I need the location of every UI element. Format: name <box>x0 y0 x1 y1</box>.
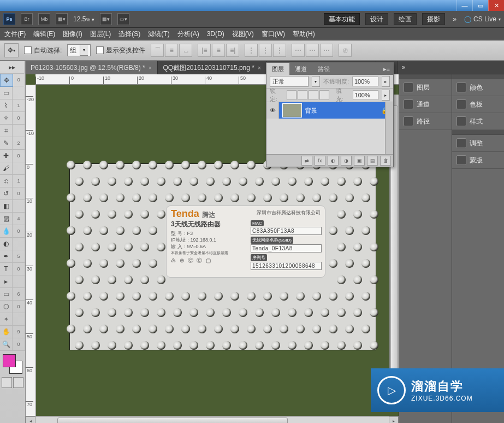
canvas-scrollbar-h[interactable]: ◂▸ <box>26 416 399 423</box>
auto-select-checkbox[interactable]: 自动选择: <box>24 46 62 55</box>
menu-help[interactable]: 帮助(H) <box>293 30 315 39</box>
show-transform-checkbox[interactable]: 显示变换控件 <box>96 46 145 55</box>
dist-5-icon[interactable]: ⋯ <box>306 44 319 57</box>
pen-tool[interactable]: ✒ <box>0 250 13 263</box>
menu-analysis[interactable]: 分析(A) <box>177 30 199 39</box>
workspace-design[interactable]: 设计 <box>365 13 388 25</box>
eyedropper-tool[interactable]: ✎ <box>0 137 13 150</box>
type-tool[interactable]: T <box>0 263 13 275</box>
layer-thumbnail[interactable] <box>282 103 302 118</box>
color-swatch[interactable] <box>2 353 23 375</box>
align-hcenter-icon[interactable]: ≡ <box>212 44 225 57</box>
auto-align-icon[interactable]: ⎚ <box>339 44 352 57</box>
foreground-color[interactable] <box>3 354 16 367</box>
dock-swatches[interactable]: 色板 <box>452 96 505 113</box>
healing-tool[interactable]: ✚ <box>0 150 13 162</box>
menu-image[interactable]: 图像(I) <box>63 30 82 39</box>
workspace-painting[interactable]: 绘画 <box>394 13 417 25</box>
panel-tab-layers[interactable]: 图层 <box>266 63 289 75</box>
dock-paths[interactable]: 路径 <box>399 113 452 130</box>
align-right-icon[interactable]: ≡| <box>226 44 239 57</box>
wand-tool[interactable]: ✧ <box>0 112 13 125</box>
dist-6-icon[interactable]: ⋯ <box>320 44 333 57</box>
visibility-icon[interactable]: 👁 <box>266 102 279 119</box>
marquee-tool[interactable]: ▭ <box>0 87 13 99</box>
dist-2-icon[interactable]: ⋮ <box>259 44 272 57</box>
stamp-tool[interactable]: ⎌ <box>0 175 13 187</box>
workspace-photography[interactable]: 摄影 <box>422 13 445 25</box>
layer-row[interactable]: 👁 背景 🔒 <box>266 102 393 119</box>
menu-window[interactable]: 窗口(W) <box>262 30 285 39</box>
align-top-icon[interactable]: ⎴ <box>151 44 164 57</box>
view-extras-icon[interactable]: ▦▾ <box>56 13 68 25</box>
history-brush-tool[interactable]: ↺ <box>0 187 13 200</box>
new-layer-icon[interactable]: ▤ <box>367 156 378 166</box>
dist-3-icon[interactable]: ⋮ <box>273 44 286 57</box>
menu-file[interactable]: 文件(F) <box>4 30 26 39</box>
3d-camera-tool[interactable]: ⌖ <box>0 313 13 326</box>
screen-mode-icon[interactable]: ▭▾ <box>117 13 129 25</box>
ruler-vertical[interactable]: -30-20-100102030405060708090100110120 <box>26 85 36 416</box>
adjustment-layer-icon[interactable]: ◑ <box>341 156 352 166</box>
dodge-tool[interactable]: ◐ <box>0 238 13 250</box>
3d-tool[interactable]: ⬡ <box>0 301 13 313</box>
blend-mode-dropdown[interactable]: 正常 <box>270 76 309 87</box>
workspace-more[interactable]: » <box>453 15 456 23</box>
window-maximize-button[interactable]: ▭ <box>472 0 488 11</box>
move-tool-icon[interactable]: ✥▾ <box>4 43 19 57</box>
dist-4-icon[interactable]: ⋯ <box>292 44 305 57</box>
quickmask-toggle[interactable] <box>2 377 23 388</box>
align-bottom-icon[interactable]: ⎵ <box>179 44 192 57</box>
lock-buttons[interactable] <box>287 90 329 100</box>
lasso-tool[interactable]: ⌇ <box>0 99 13 112</box>
fx-icon[interactable]: fx <box>315 156 325 166</box>
panel-tab-paths[interactable]: 路径 <box>312 63 335 75</box>
panel-menu-icon[interactable]: ▸≡ <box>380 63 393 75</box>
menu-select[interactable]: 选择(S) <box>118 30 140 39</box>
minibridge-icon[interactable]: Mb <box>38 13 50 25</box>
close-icon[interactable]: × <box>149 65 152 71</box>
dock-color[interactable]: 颜色 <box>452 79 505 96</box>
group-icon[interactable]: ▣ <box>354 156 365 166</box>
opacity-input[interactable]: 100% <box>352 77 378 86</box>
dock-adjustments[interactable]: 调整 <box>452 135 505 152</box>
doc-tab-1[interactable]: QQ截图20161203110715.png *× <box>158 61 267 74</box>
gradient-tool[interactable]: ▨ <box>0 213 13 225</box>
menu-filter[interactable]: 滤镜(T) <box>148 30 169 39</box>
eraser-tool[interactable]: ◧ <box>0 200 13 213</box>
dock-masks[interactable]: 蒙版 <box>452 152 505 169</box>
arrange-docs-icon[interactable]: ▦▾ <box>100 13 112 25</box>
dist-1-icon[interactable]: ⋮ <box>245 44 258 57</box>
menu-edit[interactable]: 编辑(E) <box>33 30 55 39</box>
crop-tool[interactable]: ⌗ <box>0 125 13 137</box>
auto-select-target-dropdown[interactable]: 组▾ <box>67 44 91 56</box>
menu-3d[interactable]: 3D(D) <box>207 30 224 38</box>
bridge-icon[interactable]: Br <box>21 13 33 25</box>
panel-tab-channels[interactable]: 通道 <box>289 63 312 75</box>
align-vcenter-icon[interactable]: ≡ <box>165 44 178 57</box>
fill-input[interactable]: 100% <box>353 90 379 100</box>
blur-tool[interactable]: 💧 <box>0 225 13 238</box>
layer-name[interactable]: 背景 <box>305 107 317 115</box>
link-layers-icon[interactable]: ⇄ <box>301 156 312 166</box>
zoom-tool[interactable]: 🔍 <box>0 338 13 351</box>
layers-panel[interactable]: 图层 通道 路径 ▸≡ 正常▾ 不透明度: 100%▸ 锁定: 填充: 100%… <box>266 62 394 167</box>
close-icon[interactable]: × <box>258 65 261 71</box>
photoshop-icon[interactable]: Ps <box>3 13 15 25</box>
move-tool[interactable]: ✥ <box>0 74 13 87</box>
dock-layers[interactable]: 图层 <box>399 79 452 96</box>
zoom-level[interactable]: 12.5% ▾ <box>73 15 94 23</box>
toolbox-grip[interactable]: ▸▸ <box>0 61 25 74</box>
menu-view[interactable]: 视图(V) <box>232 30 254 39</box>
brush-tool[interactable]: 🖌 <box>0 162 13 175</box>
align-left-icon[interactable]: |≡ <box>198 44 211 57</box>
doc-tab-0[interactable]: P61203-105603.jpg @ 12.5%(RGB/8) *× <box>25 61 158 74</box>
doc-tabs-overflow[interactable]: » <box>398 61 408 74</box>
window-close-button[interactable]: ✕ <box>488 0 504 11</box>
window-minimize-button[interactable]: — <box>456 0 472 11</box>
trash-icon[interactable]: 🗑 <box>380 156 391 166</box>
cs-live-button[interactable]: ◯CS Live▾ <box>464 15 501 23</box>
layer-list-scrollbar[interactable] <box>385 102 393 154</box>
path-select-tool[interactable]: ▸ <box>0 275 13 288</box>
dock-styles[interactable]: 样式 <box>452 113 505 130</box>
